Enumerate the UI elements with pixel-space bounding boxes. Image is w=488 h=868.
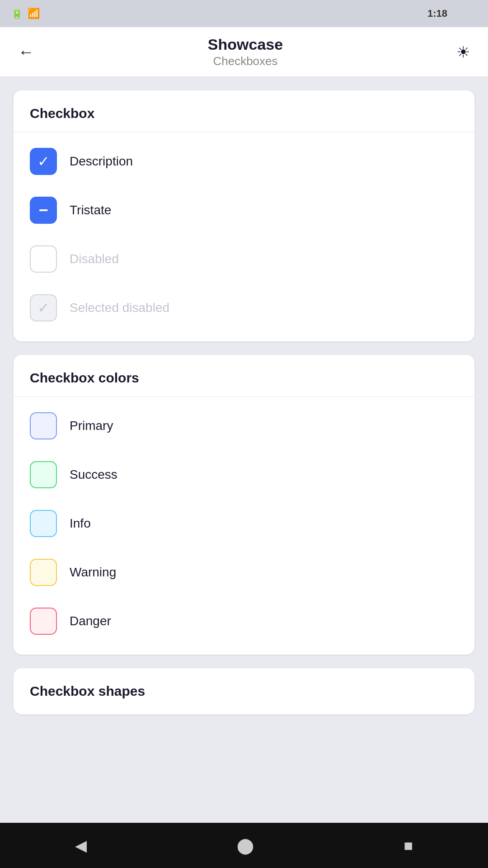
- page-title: Showcase: [208, 36, 283, 53]
- checkbox-row-selected-disabled: ✓ Selected disabled: [30, 283, 458, 332]
- checkmark-disabled-icon: ✓: [38, 301, 50, 315]
- checkbox-success[interactable]: [30, 461, 57, 488]
- checkbox-description[interactable]: ✓: [30, 148, 57, 175]
- back-button[interactable]: ←: [14, 38, 39, 66]
- status-bar: 🔋 📶 1:18: [0, 0, 488, 27]
- checkbox-primary-label: Primary: [70, 419, 113, 433]
- checkbox-disabled-label: Disabled: [70, 252, 119, 266]
- checkbox-row-danger[interactable]: Danger: [30, 597, 458, 646]
- checkbox-colors-section-title: Checkbox colors: [30, 370, 139, 385]
- bottom-nav: ◀ ⬤ ■: [0, 823, 488, 868]
- checkbox-row-description[interactable]: ✓ Description: [30, 137, 458, 186]
- checkbox-success-label: Success: [70, 467, 117, 482]
- app-bar: ← Showcase Checkboxes ☀: [0, 27, 488, 77]
- checkbox-row-success[interactable]: Success: [30, 450, 458, 499]
- nav-home-button[interactable]: ⬤: [223, 832, 267, 859]
- checkbox-selected-disabled: ✓: [30, 294, 57, 321]
- checkbox-card-header: Checkbox: [14, 90, 474, 132]
- checkbox-danger-label: Danger: [70, 614, 111, 628]
- minus-icon: −: [38, 202, 48, 218]
- checkbox-row-disabled: Disabled: [30, 235, 458, 283]
- status-icons: 🔋 📶: [11, 8, 40, 19]
- checkbox-row-info[interactable]: Info: [30, 499, 458, 548]
- debug-label: DEBUG: [464, 0, 488, 8]
- checkbox-tristate-label: Tristate: [70, 203, 111, 217]
- checkbox-row-tristate[interactable]: − Tristate: [30, 186, 458, 235]
- checkbox-primary[interactable]: [30, 412, 57, 439]
- checkbox-info[interactable]: [30, 510, 57, 537]
- page-subtitle: Checkboxes: [213, 54, 277, 68]
- checkmark-icon: ✓: [38, 154, 50, 169]
- battery-icon: 🔋: [11, 8, 23, 19]
- checkbox-row-warning[interactable]: Warning: [30, 548, 458, 597]
- checkbox-warning-label: Warning: [70, 565, 116, 580]
- page-content: Checkbox ✓ Description − Tristate: [0, 77, 488, 728]
- checkbox-row-primary[interactable]: Primary: [30, 401, 458, 450]
- checkbox-card: Checkbox ✓ Description − Tristate: [14, 90, 474, 341]
- signal-icon: 📶: [28, 8, 40, 19]
- checkbox-colors-card: Checkbox colors Primary Success Info War…: [14, 355, 474, 655]
- checkbox-disabled: [30, 245, 57, 273]
- nav-recents-button[interactable]: ■: [390, 832, 427, 859]
- checkbox-warning[interactable]: [30, 559, 57, 586]
- checkbox-danger[interactable]: [30, 608, 57, 635]
- checkbox-tristate[interactable]: −: [30, 197, 57, 224]
- checkbox-section-title: Checkbox: [30, 106, 94, 121]
- checkbox-selected-disabled-label: Selected disabled: [70, 301, 169, 315]
- app-bar-title: Showcase Checkboxes: [208, 36, 283, 68]
- checkbox-card-body: ✓ Description − Tristate Disabled ✓: [14, 132, 474, 341]
- checkbox-shapes-section-title: Checkbox shapes: [30, 684, 145, 698]
- nav-back-button[interactable]: ◀: [61, 832, 100, 859]
- checkbox-shapes-card: Checkbox shapes: [14, 668, 474, 714]
- checkbox-description-label: Description: [70, 154, 133, 169]
- checkbox-info-label: Info: [70, 516, 91, 531]
- checkbox-colors-card-body: Primary Success Info Warning Danger: [14, 397, 474, 655]
- debug-ribbon: DEBUG: [438, 0, 488, 50]
- checkbox-colors-card-header: Checkbox colors: [14, 355, 474, 397]
